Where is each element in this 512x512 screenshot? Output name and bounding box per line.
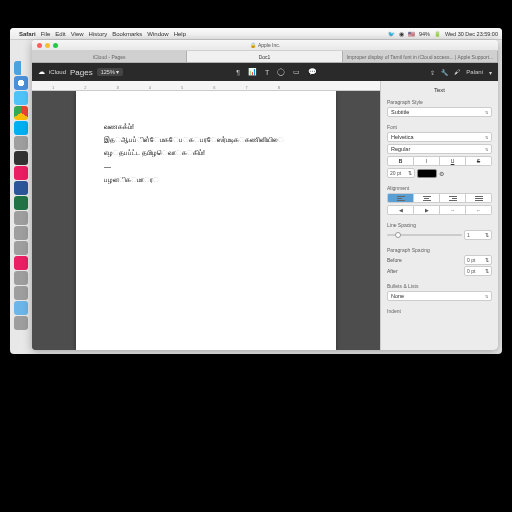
sidebar-title: Text <box>387 87 492 93</box>
url-host: Apple Inc. <box>258 42 280 48</box>
tab-icloud-pages[interactable]: iCloud - Pages <box>32 51 187 62</box>
font-weight-select[interactable]: Regular⇅ <box>387 144 492 154</box>
dock-finder-icon[interactable] <box>14 61 28 75</box>
dock-app-icon[interactable] <box>14 226 28 240</box>
minimize-button[interactable] <box>45 43 50 48</box>
menu-bookmarks[interactable]: Bookmarks <box>112 31 142 37</box>
doc-line: — <box>104 161 308 172</box>
dock-trash-icon[interactable] <box>14 316 28 330</box>
indent-button[interactable]: ▶ <box>414 205 440 215</box>
twitter-icon[interactable]: 🐦 <box>388 31 395 37</box>
dock-terminal-icon[interactable] <box>14 151 28 165</box>
document-page[interactable]: வணகக்ம்! இத◌ஆபப்ிள்ேமக◌ேப◌க◌பர◌ேஸர்மடிக◌… <box>76 91 336 350</box>
menu-edit[interactable]: Edit <box>55 31 65 37</box>
dock-word-icon[interactable] <box>14 181 28 195</box>
comment-icon[interactable]: 💬 <box>308 68 317 76</box>
dock-app-icon[interactable] <box>14 241 28 255</box>
tab-support[interactable]: Improper display of Tamil font in iCloud… <box>343 51 498 62</box>
menu-view[interactable]: View <box>71 31 84 37</box>
dock-app-icon[interactable] <box>14 211 28 225</box>
dock-itunes-icon[interactable] <box>14 256 28 270</box>
document-area: 1 2 3 4 5 6 7 8 வணகக்ம்! இத◌ஆபப்ிள்ேமக◌ே… <box>32 81 380 350</box>
traffic-lights <box>37 43 58 48</box>
strike-button[interactable]: S <box>466 156 492 166</box>
dock-mail-icon[interactable] <box>14 91 28 105</box>
doc-line: எழ◌தபப்ட்ட தமிழ◌ெவா◌க◌கிம்! <box>104 147 308 158</box>
dock-app-icon[interactable] <box>14 136 28 150</box>
format-icon[interactable]: 🖌 <box>454 69 460 75</box>
doc-line: இத◌ஆபப்ிள்ேமக◌ேப◌க◌பர◌ேஸர்மடிக◌கணினியில◌ <box>104 134 308 145</box>
gear-icon[interactable]: ⚙ <box>439 170 444 177</box>
user-name[interactable]: Palani <box>466 69 483 75</box>
window-titlebar: 🔒 Apple Inc. <box>32 40 498 51</box>
dock-skype-icon[interactable] <box>14 121 28 135</box>
user-menu-chevron[interactable]: ▾ <box>489 69 492 76</box>
bold-button[interactable]: B <box>387 156 414 166</box>
image-icon[interactable]: ▭ <box>293 68 300 76</box>
para-spacing-label: Paragraph Spacing <box>387 247 492 253</box>
menu-help[interactable]: Help <box>174 31 186 37</box>
line-spacing-slider[interactable]: 1⇅ <box>387 230 492 240</box>
dock-safari-icon[interactable] <box>14 76 28 90</box>
font-size-stepper[interactable]: 20 pt⇅ <box>387 168 415 178</box>
doc-line: வணகக்ம்! <box>104 121 308 132</box>
align-justify-button[interactable] <box>466 193 492 203</box>
chart-icon[interactable]: 📊 <box>248 68 257 76</box>
align-right-button[interactable] <box>440 193 466 203</box>
document-scroll[interactable]: வணகக்ம்! இத◌ஆபப்ிள்ேமக◌ேப◌க◌பர◌ேஸர்மடிக◌… <box>32 91 380 350</box>
icloud-icon[interactable]: ☁ <box>38 68 45 76</box>
indent-row: ◀ ▶ → ← <box>387 205 492 215</box>
bullets-select[interactable]: None⇅ <box>387 291 492 301</box>
dock-app-icon[interactable] <box>14 166 28 180</box>
tools-icon[interactable]: 🔧 <box>441 69 448 76</box>
align-left-button[interactable] <box>387 193 414 203</box>
paragraph-icon[interactable]: ¶ <box>236 69 240 76</box>
after-stepper[interactable]: 0 pt⇅ <box>464 266 492 276</box>
color-swatch[interactable] <box>417 169 437 178</box>
underline-button[interactable]: U <box>440 156 466 166</box>
menu-file[interactable]: File <box>41 31 51 37</box>
dock-excel-icon[interactable] <box>14 196 28 210</box>
desktop: Safari File Edit View History Bookmarks … <box>10 28 502 354</box>
wifi-icon[interactable]: ◉ <box>399 31 404 37</box>
app-name[interactable]: Safari <box>19 31 36 37</box>
bullets-label: Bullets & Lists <box>387 283 492 289</box>
dock-app-icon[interactable] <box>14 286 28 300</box>
datetime[interactable]: Wed 30 Dec 23:59:00 <box>445 31 498 37</box>
before-label: Before <box>387 257 402 263</box>
menu-history[interactable]: History <box>89 31 108 37</box>
font-label: Font <box>387 124 492 130</box>
brand-icloud: iCloud <box>49 69 66 75</box>
safari-window: 🔒 Apple Inc. iCloud - Pages Doc1 Imprope… <box>32 40 498 350</box>
menubar-left: Safari File Edit View History Bookmarks … <box>14 31 186 37</box>
dock-chrome-icon[interactable] <box>14 106 28 120</box>
dock-downloads-icon[interactable] <box>14 301 28 315</box>
italic-button[interactable]: I <box>414 156 440 166</box>
dock-app-icon[interactable] <box>14 271 28 285</box>
line-spacing-stepper[interactable]: 1⇅ <box>464 230 492 240</box>
flag-icon[interactable]: 🇺🇸 <box>408 31 415 37</box>
close-button[interactable] <box>37 43 42 48</box>
menu-window[interactable]: Window <box>147 31 168 37</box>
alignment-row <box>387 193 492 203</box>
font-family-select[interactable]: Helvetica⇅ <box>387 132 492 142</box>
pages-brand: ☁ iCloud Pages 125% ▾ <box>38 68 123 77</box>
para-style-select[interactable]: Subtitle⇅ <box>387 107 492 117</box>
align-center-button[interactable] <box>414 193 440 203</box>
tab-doc1[interactable]: Doc1 <box>187 51 342 62</box>
dock <box>11 58 31 348</box>
ruler[interactable]: 1 2 3 4 5 6 7 8 <box>32 81 380 91</box>
indent-label: Indent <box>387 308 492 314</box>
address-bar[interactable]: 🔒 Apple Inc. <box>250 42 280 48</box>
shape-icon[interactable]: ◯ <box>277 68 285 76</box>
pages-center-tools: ¶ 📊 T ◯ ▭ 💬 <box>236 68 317 76</box>
outdent-button[interactable]: ◀ <box>387 205 414 215</box>
zoom-button[interactable] <box>53 43 58 48</box>
text-icon[interactable]: T <box>265 69 269 76</box>
share-icon[interactable]: ⇪ <box>430 69 435 76</box>
ltr-button[interactable]: → <box>440 205 466 215</box>
rtl-button[interactable]: ← <box>466 205 492 215</box>
before-stepper[interactable]: 0 pt⇅ <box>464 255 492 265</box>
battery-icon[interactable]: 🔋 <box>434 31 441 37</box>
zoom-select[interactable]: 125% ▾ <box>97 68 124 76</box>
